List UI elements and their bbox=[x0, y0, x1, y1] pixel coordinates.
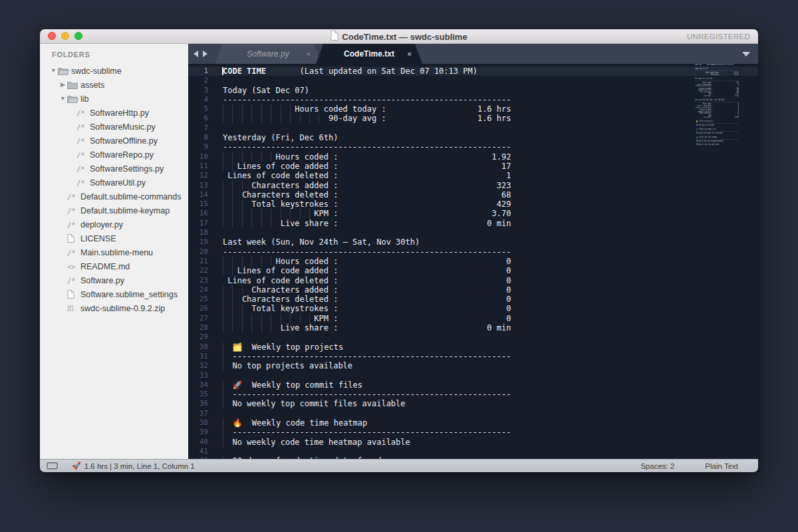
sidebar-item-swdc-sublime-0-9-2-zip[interactable]: 101011swdc-sublime-0.9.2.zip bbox=[40, 301, 188, 315]
sidebar-item-label: SoftwareMusic.py bbox=[90, 122, 156, 132]
code-file-icon: /* bbox=[67, 221, 80, 229]
sidebar-item-deployer-py[interactable]: /*deployer.py bbox=[40, 217, 188, 231]
line-number: 27 bbox=[188, 314, 208, 323]
tab-codetime-txt[interactable]: CodeTime.txt× bbox=[316, 44, 422, 64]
syntax-setting[interactable]: Plain Text bbox=[705, 462, 738, 470]
sidebar-item-label: Main.sublime-menu bbox=[80, 248, 153, 257]
sidebar-item-softwaremusic-py[interactable]: /*SoftwareMusic.py bbox=[40, 120, 188, 134]
code-line: 33 bbox=[188, 371, 758, 380]
code-line: 35 -------------------------------------… bbox=[188, 390, 758, 399]
disclosure-closed-icon[interactable]: ▶ bbox=[59, 78, 67, 92]
editor-area[interactable]: 1CODE TIME (Last updated on Sat Dec 07 1… bbox=[188, 64, 758, 459]
sidebar-item-assets[interactable]: ▶assets bbox=[40, 78, 188, 92]
code-line: 6 90-day avg : 1.6 hrs bbox=[188, 114, 758, 123]
code-line: 17 Live share : 0 min bbox=[188, 219, 758, 228]
sidebar-item-softwarerepo-py[interactable]: /*SoftwareRepo.py bbox=[40, 148, 188, 162]
line-number: 22 bbox=[188, 266, 208, 275]
line-text: Lines of code deleted : 0 bbox=[208, 276, 511, 285]
line-text: Lines of code added : 17 bbox=[208, 162, 511, 171]
binary-file-icon: 101011 bbox=[67, 305, 80, 312]
sidebar-item-lib[interactable]: ▼lib bbox=[40, 92, 188, 106]
tab-overflow-icon[interactable] bbox=[742, 52, 750, 57]
sidebar-item-software-py[interactable]: /*Software.py bbox=[40, 273, 188, 287]
sidebar-item-main-sublime-menu[interactable]: /*Main.sublime-menu bbox=[40, 245, 188, 259]
sidebar-item-label: SoftwareHttp.py bbox=[90, 108, 149, 118]
code-line: 16 KPM : 3.70 bbox=[188, 209, 758, 218]
window-title-group: CodeTime.txt — swdc-sublime bbox=[40, 29, 758, 44]
line-text: Live share : 0 min bbox=[208, 323, 511, 332]
code-line: 19Last week (Sun, Nov 24th – Sat, Nov 30… bbox=[188, 237, 758, 247]
code-line: 4---------------------------------------… bbox=[188, 95, 758, 104]
line-text: Characters deleted : 68 bbox=[208, 190, 511, 200]
line-number: 21 bbox=[188, 257, 208, 266]
disclosure-open-icon[interactable]: ▼ bbox=[59, 92, 67, 106]
line-text: 🔥 Weekly code time heatmap bbox=[208, 418, 367, 428]
title-bar[interactable]: CodeTime.txt — swdc-sublime UNREGISTERED bbox=[40, 29, 758, 44]
line-number: 15 bbox=[188, 200, 208, 209]
code-file-icon: /* bbox=[67, 249, 80, 257]
line-text: No top projects available bbox=[208, 361, 352, 370]
tab-close-icon[interactable]: × bbox=[307, 50, 311, 58]
line-number: 40 bbox=[188, 438, 208, 447]
tab-software-py[interactable]: Software.py× bbox=[215, 44, 321, 64]
sublime-window: CodeTime.txt — swdc-sublime UNREGISTERED… bbox=[40, 29, 758, 472]
sidebar-item-label: SoftwareOffline.py bbox=[90, 136, 158, 146]
sidebar-item-softwaresettings-py[interactable]: /*SoftwareSettings.py bbox=[40, 162, 188, 176]
code-line: 14 Characters deleted : 68 bbox=[188, 190, 758, 200]
rocket-icon: 🚀 bbox=[72, 462, 81, 470]
folder-icon bbox=[67, 81, 80, 89]
line-text bbox=[208, 228, 223, 237]
tab-forward-icon[interactable] bbox=[203, 51, 207, 57]
minimap[interactable]: CODE TIME (Last updated on Sat Dec 07 10… bbox=[695, 64, 740, 152]
tab-close-icon[interactable]: × bbox=[408, 50, 412, 58]
code-line: 32 No top projects available bbox=[188, 361, 758, 370]
code-line: 30 🗂️ Weekly top projects bbox=[188, 342, 758, 352]
sidebar-item-softwareoffline-py[interactable]: /*SoftwareOffline.py bbox=[40, 134, 188, 148]
code-file-icon: /* bbox=[76, 137, 90, 145]
text-cursor bbox=[222, 67, 223, 75]
sidebar-item-label: SoftwareRepo.py bbox=[90, 150, 154, 160]
folders-header: FOLDERS bbox=[40, 51, 188, 59]
tab-label: CodeTime.txt bbox=[344, 49, 394, 59]
editor-content[interactable]: 1CODE TIME (Last updated on Sat Dec 07 1… bbox=[188, 64, 758, 459]
sidebar-item-default-sublime-commands[interactable]: /*Default.sublime-commands bbox=[40, 190, 188, 203]
line-number: 39 bbox=[188, 428, 208, 437]
sidebar-item-license[interactable]: LICENSE bbox=[40, 231, 188, 245]
sidebar-item-label: LICENSE bbox=[80, 234, 116, 243]
desktop: { "window": { "title": "CodeTime.txt — s… bbox=[0, 0, 798, 532]
line-number: 13 bbox=[188, 181, 208, 190]
line-number: 32 bbox=[188, 361, 208, 370]
sidebar-item-softwareutil-py[interactable]: /*SoftwareUtil.py bbox=[40, 176, 188, 190]
doc-icon bbox=[67, 234, 80, 243]
line-number: 7 bbox=[188, 124, 208, 133]
window-title: CodeTime.txt — swdc-sublime bbox=[342, 32, 467, 42]
sidebar-item-swdc-sublime[interactable]: ▼swdc-sublime bbox=[40, 64, 188, 78]
line-number: 37 bbox=[188, 409, 208, 418]
tab-back-icon[interactable] bbox=[194, 51, 198, 57]
sidebar-item-label: assets bbox=[80, 80, 104, 90]
code-line: 2 bbox=[188, 76, 758, 85]
code-line: 41 bbox=[188, 447, 758, 456]
code-line: 21 Hours coded : 0 bbox=[188, 257, 758, 266]
sidebar-item-readme-md[interactable]: <>README.md bbox=[40, 259, 188, 273]
disclosure-open-icon[interactable]: ▼ bbox=[49, 64, 58, 78]
line-text: KPM : 3.70 bbox=[208, 209, 511, 218]
code-line: 20--------------------------------------… bbox=[188, 247, 758, 257]
code-line: 11 Lines of code added : 17 bbox=[188, 162, 758, 171]
line-number: 24 bbox=[188, 285, 208, 295]
code-line: 25 Characters deleted : 0 bbox=[188, 295, 758, 304]
sidebar-item-default-sublime-keymap[interactable]: /*Default.sublime-keymap bbox=[40, 203, 188, 217]
sidebar-item-softwarehttp-py[interactable]: /*SoftwareHttp.py bbox=[40, 106, 188, 120]
sidebar-item-software-sublime-settings[interactable]: Software.sublime_settings bbox=[40, 287, 188, 301]
sidebar-toggle-icon[interactable] bbox=[47, 462, 58, 469]
code-line: 13 Characters added : 323 bbox=[188, 181, 758, 190]
line-text: No weekly top commit files available bbox=[208, 399, 406, 408]
sidebar: FOLDERS ▼swdc-sublime▶assets▼lib/*Softwa… bbox=[40, 44, 188, 459]
sidebar-item-label: SoftwareSettings.py bbox=[90, 164, 164, 174]
indentation-setting[interactable]: Spaces: 2 bbox=[640, 462, 674, 470]
line-text: ----------------------------------------… bbox=[208, 95, 511, 104]
code-line: 40 No weekly code time heatmap available bbox=[188, 438, 758, 447]
line-number: 2 bbox=[188, 76, 208, 85]
code-line: 23 Lines of code deleted : 0 bbox=[188, 276, 758, 285]
line-text: Lines of code deleted : 1 bbox=[208, 171, 511, 180]
